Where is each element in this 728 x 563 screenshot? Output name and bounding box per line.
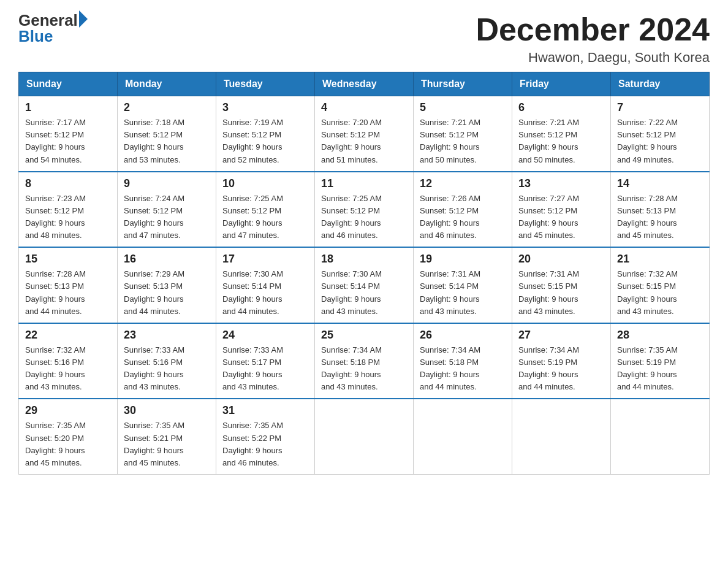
day-info: Sunrise: 7:31 AMSunset: 5:14 PMDaylight:…	[420, 268, 506, 318]
day-info: Sunrise: 7:34 AMSunset: 5:19 PMDaylight:…	[518, 344, 604, 394]
table-row: 3Sunrise: 7:19 AMSunset: 5:12 PMDaylight…	[216, 96, 315, 172]
logo: General Blue	[18, 12, 88, 46]
day-info: Sunrise: 7:21 AMSunset: 5:12 PMDaylight:…	[518, 117, 604, 166]
header-monday: Monday	[118, 72, 216, 96]
table-row: 27Sunrise: 7:34 AMSunset: 5:19 PMDayligh…	[512, 323, 611, 399]
day-info: Sunrise: 7:21 AMSunset: 5:12 PMDaylight:…	[420, 117, 506, 166]
weekday-header-row: Sunday Monday Tuesday Wednesday Thursday…	[19, 72, 710, 96]
table-row: 30Sunrise: 7:35 AMSunset: 5:21 PMDayligh…	[118, 399, 216, 474]
day-number: 19	[420, 253, 506, 266]
day-number: 3	[222, 101, 308, 114]
month-title: December 2024	[476, 12, 710, 47]
day-number: 10	[222, 177, 308, 190]
day-number: 16	[124, 253, 210, 266]
calendar-week-row: 15Sunrise: 7:28 AMSunset: 5:13 PMDayligh…	[19, 247, 710, 323]
day-number: 11	[321, 177, 407, 190]
day-number: 29	[25, 404, 111, 417]
header-saturday: Saturday	[611, 72, 710, 96]
table-row: 16Sunrise: 7:29 AMSunset: 5:13 PMDayligh…	[118, 247, 216, 323]
table-row: 29Sunrise: 7:35 AMSunset: 5:20 PMDayligh…	[19, 399, 118, 474]
day-number: 26	[420, 329, 506, 342]
title-block: December 2024 Hwawon, Daegu, South Korea	[476, 12, 710, 66]
logo-arrow-icon	[79, 10, 88, 28]
table-row: 28Sunrise: 7:35 AMSunset: 5:19 PMDayligh…	[611, 323, 710, 399]
table-row: 24Sunrise: 7:33 AMSunset: 5:17 PMDayligh…	[216, 323, 315, 399]
header-thursday: Thursday	[414, 72, 512, 96]
day-info: Sunrise: 7:25 AMSunset: 5:12 PMDaylight:…	[321, 193, 407, 242]
day-number: 30	[124, 404, 210, 417]
table-row: 4Sunrise: 7:20 AMSunset: 5:12 PMDaylight…	[315, 96, 414, 172]
day-info: Sunrise: 7:29 AMSunset: 5:13 PMDaylight:…	[124, 268, 210, 318]
table-row: 5Sunrise: 7:21 AMSunset: 5:12 PMDaylight…	[414, 96, 512, 172]
day-number: 31	[222, 404, 308, 417]
table-row: 26Sunrise: 7:34 AMSunset: 5:18 PMDayligh…	[414, 323, 512, 399]
table-row	[611, 399, 710, 474]
day-number: 5	[420, 101, 506, 114]
day-number: 8	[25, 177, 111, 190]
table-row: 22Sunrise: 7:32 AMSunset: 5:16 PMDayligh…	[19, 323, 118, 399]
logo-general-text: General	[18, 12, 78, 28]
day-info: Sunrise: 7:35 AMSunset: 5:21 PMDaylight:…	[124, 419, 210, 469]
day-info: Sunrise: 7:31 AMSunset: 5:15 PMDaylight:…	[518, 268, 604, 318]
table-row	[512, 399, 611, 474]
day-number: 12	[420, 177, 506, 190]
table-row: 1Sunrise: 7:17 AMSunset: 5:12 PMDaylight…	[19, 96, 118, 172]
day-number: 9	[124, 177, 210, 190]
day-info: Sunrise: 7:27 AMSunset: 5:12 PMDaylight:…	[518, 193, 604, 242]
day-info: Sunrise: 7:17 AMSunset: 5:12 PMDaylight:…	[25, 117, 111, 166]
location-subtitle: Hwawon, Daegu, South Korea	[476, 50, 710, 66]
header-wednesday: Wednesday	[315, 72, 414, 96]
table-row: 17Sunrise: 7:30 AMSunset: 5:14 PMDayligh…	[216, 247, 315, 323]
header-tuesday: Tuesday	[216, 72, 315, 96]
day-number: 28	[617, 329, 703, 342]
day-info: Sunrise: 7:28 AMSunset: 5:13 PMDaylight:…	[25, 268, 111, 318]
table-row: 12Sunrise: 7:26 AMSunset: 5:12 PMDayligh…	[414, 172, 512, 248]
day-number: 1	[25, 101, 111, 114]
calendar-week-row: 8Sunrise: 7:23 AMSunset: 5:12 PMDaylight…	[19, 172, 710, 248]
day-info: Sunrise: 7:33 AMSunset: 5:16 PMDaylight:…	[124, 344, 210, 394]
day-number: 4	[321, 101, 407, 114]
day-number: 17	[222, 253, 308, 266]
day-info: Sunrise: 7:32 AMSunset: 5:16 PMDaylight:…	[25, 344, 111, 394]
day-info: Sunrise: 7:28 AMSunset: 5:13 PMDaylight:…	[617, 193, 703, 242]
table-row: 20Sunrise: 7:31 AMSunset: 5:15 PMDayligh…	[512, 247, 611, 323]
table-row: 11Sunrise: 7:25 AMSunset: 5:12 PMDayligh…	[315, 172, 414, 248]
table-row: 13Sunrise: 7:27 AMSunset: 5:12 PMDayligh…	[512, 172, 611, 248]
day-info: Sunrise: 7:32 AMSunset: 5:15 PMDaylight:…	[617, 268, 703, 318]
day-number: 2	[124, 101, 210, 114]
calendar-table: Sunday Monday Tuesday Wednesday Thursday…	[18, 72, 710, 475]
table-row: 18Sunrise: 7:30 AMSunset: 5:14 PMDayligh…	[315, 247, 414, 323]
day-number: 13	[518, 177, 604, 190]
day-info: Sunrise: 7:25 AMSunset: 5:12 PMDaylight:…	[222, 193, 308, 242]
header-sunday: Sunday	[19, 72, 118, 96]
day-info: Sunrise: 7:20 AMSunset: 5:12 PMDaylight:…	[321, 117, 407, 166]
table-row: 25Sunrise: 7:34 AMSunset: 5:18 PMDayligh…	[315, 323, 414, 399]
day-info: Sunrise: 7:35 AMSunset: 5:20 PMDaylight:…	[25, 419, 111, 469]
table-row: 14Sunrise: 7:28 AMSunset: 5:13 PMDayligh…	[611, 172, 710, 248]
day-number: 22	[25, 329, 111, 342]
day-info: Sunrise: 7:30 AMSunset: 5:14 PMDaylight:…	[321, 268, 407, 318]
day-number: 18	[321, 253, 407, 266]
day-info: Sunrise: 7:23 AMSunset: 5:12 PMDaylight:…	[25, 193, 111, 242]
table-row: 23Sunrise: 7:33 AMSunset: 5:16 PMDayligh…	[118, 323, 216, 399]
day-info: Sunrise: 7:33 AMSunset: 5:17 PMDaylight:…	[222, 344, 308, 394]
day-number: 15	[25, 253, 111, 266]
table-row: 15Sunrise: 7:28 AMSunset: 5:13 PMDayligh…	[19, 247, 118, 323]
table-row	[315, 399, 414, 474]
day-number: 7	[617, 101, 703, 114]
calendar-week-row: 29Sunrise: 7:35 AMSunset: 5:20 PMDayligh…	[19, 399, 710, 474]
day-info: Sunrise: 7:19 AMSunset: 5:12 PMDaylight:…	[222, 117, 308, 166]
calendar-week-row: 1Sunrise: 7:17 AMSunset: 5:12 PMDaylight…	[19, 96, 710, 172]
table-row: 19Sunrise: 7:31 AMSunset: 5:14 PMDayligh…	[414, 247, 512, 323]
day-info: Sunrise: 7:34 AMSunset: 5:18 PMDaylight:…	[321, 344, 407, 394]
calendar-week-row: 22Sunrise: 7:32 AMSunset: 5:16 PMDayligh…	[19, 323, 710, 399]
day-info: Sunrise: 7:18 AMSunset: 5:12 PMDaylight:…	[124, 117, 210, 166]
day-info: Sunrise: 7:35 AMSunset: 5:22 PMDaylight:…	[222, 419, 308, 469]
day-number: 27	[518, 329, 604, 342]
day-info: Sunrise: 7:35 AMSunset: 5:19 PMDaylight:…	[617, 344, 703, 394]
day-number: 21	[617, 253, 703, 266]
table-row: 9Sunrise: 7:24 AMSunset: 5:12 PMDaylight…	[118, 172, 216, 248]
table-row: 2Sunrise: 7:18 AMSunset: 5:12 PMDaylight…	[118, 96, 216, 172]
day-info: Sunrise: 7:34 AMSunset: 5:18 PMDaylight:…	[420, 344, 506, 394]
day-info: Sunrise: 7:26 AMSunset: 5:12 PMDaylight:…	[420, 193, 506, 242]
